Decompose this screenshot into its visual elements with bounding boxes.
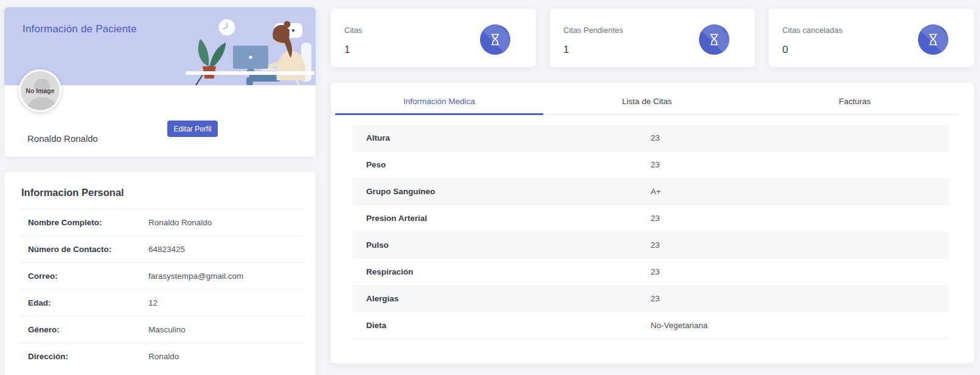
stat-value: 1 [563, 44, 569, 56]
medical-row-value: 23 [651, 294, 660, 303]
stat-label: Citas [344, 26, 363, 35]
medical-row-value: A+ [651, 187, 661, 196]
personal-info-rows: Nombre Completo: Ronaldo Ronaldo Número … [20, 209, 305, 370]
stat-label: Citas Pendientes [563, 26, 623, 35]
stat-card-citas-pendientes: Citas Pendientes 1 [550, 9, 755, 67]
personal-row-direccion: Dirección: Ronaldo [20, 343, 305, 370]
medical-row-value: 23 [651, 240, 660, 250]
hourglass-icon [918, 24, 948, 55]
medical-row-value: 23 [651, 133, 660, 142]
personal-row-label: Correo: [28, 272, 148, 281]
desk-illustration [186, 9, 315, 85]
medical-row-value: 23 [651, 160, 660, 169]
personal-info-title: Informacion Personal [21, 187, 299, 198]
medical-row-presion-arterial: Presion Arterial 23 [352, 205, 949, 232]
medical-row-peso: Peso 23 [352, 152, 949, 178]
medical-row-respiracion: Respiración 23 [352, 259, 949, 286]
personal-row-value: 64823425 [148, 245, 185, 254]
medical-row-label: Dieta [352, 321, 651, 330]
stat-card-citas-canceladas: Citas canceladas 0 [769, 9, 974, 67]
medical-row-grupo-sanguineo: Grupo Sanguíneo A+ [352, 178, 949, 205]
personal-row-value: Ronaldo Ronaldo [148, 218, 212, 227]
personal-row-label: Número de Contacto: [28, 245, 148, 254]
tab-bar: Información Medica Lista de Citas Factur… [335, 83, 959, 115]
medical-row-label: Altura [352, 133, 651, 142]
personal-row-value: Masculino [148, 325, 186, 334]
tab-informacion-medica[interactable]: Información Medica [335, 83, 543, 114]
patient-name: Ronaldo Ronaldo [27, 133, 98, 144]
hourglass-icon [480, 24, 510, 55]
personal-row-label: Género: [28, 325, 148, 334]
medical-row-label: Pulso [352, 240, 651, 250]
tab-facturas[interactable]: Facturas [751, 83, 959, 114]
personal-row-value: Ronaldo [148, 352, 179, 361]
stat-card-citas: Citas 1 [331, 9, 536, 67]
patient-card-title: Información de Paciente [23, 23, 137, 35]
personal-row-value: farasystempa@gmail.com [148, 272, 243, 281]
personal-row-label: Nombre Completo: [28, 218, 148, 227]
edit-profile-button[interactable]: Editar Perfil [167, 121, 218, 137]
stat-value: 1 [344, 44, 350, 56]
personal-info-card: Informacion Personal Nombre Completo: Ro… [4, 172, 316, 375]
personal-row-label: Edad: [28, 298, 148, 307]
stats-row: Citas 1 Citas Pendientes 1 Citas cancela… [331, 9, 974, 67]
personal-row-value: 12 [148, 298, 158, 307]
medical-row-altura: Altura 23 [352, 125, 949, 152]
personal-row-edad: Edad: 12 [20, 289, 305, 316]
personal-row-nombre-completo: Nombre Completo: Ronaldo Ronaldo [20, 209, 305, 236]
medical-row-alergias: Alergias 23 [352, 286, 949, 312]
desk [186, 71, 315, 75]
stat-value: 0 [782, 44, 788, 56]
patient-info-card: Información de Paciente [4, 7, 316, 156]
clock-icon [219, 19, 235, 36]
medical-row-label: Presion Arterial [352, 214, 651, 223]
stat-label: Citas canceladas [782, 26, 843, 35]
medical-row-value: 23 [651, 267, 660, 276]
medical-row-label: Alergias [352, 294, 651, 303]
personal-row-numero-de-contacto: Número de Contacto: 64823425 [20, 236, 305, 262]
hourglass-icon [699, 24, 729, 55]
medical-row-label: Peso [352, 160, 651, 169]
tab-lista-de-citas[interactable]: Lista de Citas [543, 83, 751, 114]
medical-row-label: Respiración [352, 267, 651, 276]
no-image-label: No Image [26, 87, 54, 94]
medical-row-label: Grupo Sanguíneo [352, 187, 651, 196]
personal-row-correo: Correo: farasystempa@gmail.com [20, 262, 305, 289]
medical-row-dieta: Dieta No-Vegetariana [352, 312, 949, 339]
medical-info-table: Altura 23 Peso 23 Grupo Sanguíneo A+ Pre… [352, 125, 949, 339]
medical-row-value: No-Vegetariana [651, 321, 708, 330]
medical-row-pulso: Pulso 23 [352, 232, 949, 259]
personal-row-genero: Género: Masculino [20, 316, 305, 343]
medical-details-card: Información Medica Lista de Citas Factur… [331, 83, 974, 363]
monitor-icon [233, 46, 268, 71]
personal-row-label: Dirección: [28, 352, 148, 361]
medical-row-value: 23 [651, 214, 660, 223]
avatar: No Image [19, 69, 61, 112]
